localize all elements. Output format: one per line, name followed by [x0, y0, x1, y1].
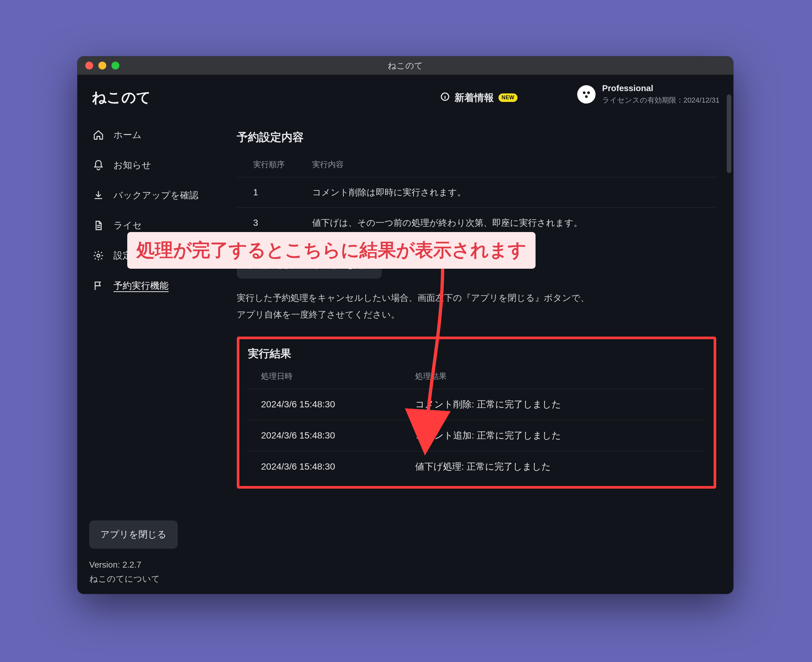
- zoom-window-button[interactable]: [111, 62, 119, 69]
- svg-point-4: [585, 95, 588, 98]
- results-cell-date: 2024/3/6 15:48:30: [261, 430, 415, 441]
- sidebar-item-label: 予約実行機能: [113, 280, 169, 292]
- gear-icon: [92, 250, 104, 262]
- results-title: 実行結果: [248, 346, 705, 361]
- close-window-button[interactable]: [85, 62, 93, 69]
- svg-point-3: [587, 92, 590, 94]
- schedule-title: 予約設定内容: [237, 130, 716, 145]
- results-cell-result: 値下げ処理: 正常に完了しました: [415, 460, 705, 473]
- window-title: ねこのて: [77, 60, 733, 71]
- schedule-cell-content: コメント削除は即時に実行されます。: [312, 186, 711, 198]
- titlebar: ねこのて: [77, 56, 733, 75]
- results-section: 実行結果 処理日時 処理結果 2024/3/6 15:48:30 コメント削除:…: [237, 337, 716, 488]
- document-icon: [92, 220, 104, 231]
- sidebar-item-notice[interactable]: お知らせ: [89, 153, 216, 177]
- schedule-header-order: 実行順序: [253, 159, 312, 170]
- schedule-row: 1 コメント削除は即時に実行されます。: [237, 177, 716, 207]
- results-cell-date: 2024/3/6 15:48:30: [261, 399, 415, 410]
- schedule-cell-content: 値下げは、その一つ前の処理が終わり次第、即座に実行されます。: [312, 217, 711, 229]
- topbar: 新着情報 NEW Professional ライセンスの有効期限：2024/12…: [235, 81, 723, 114]
- results-header-date: 処理日時: [261, 371, 415, 381]
- window-controls: [85, 62, 119, 69]
- close-app-button[interactable]: アプリを閉じる: [89, 521, 178, 549]
- svg-point-2: [583, 92, 585, 94]
- download-icon: [92, 190, 104, 201]
- version-label: Version: 2.2.7: [89, 560, 216, 570]
- results-header-result: 処理結果: [415, 371, 705, 381]
- info-icon: [440, 92, 450, 104]
- main-content: 新着情報 NEW Professional ライセンスの有効期限：2024/12…: [228, 75, 733, 594]
- results-cell-result: コメント追加: 正常に完了しました: [415, 429, 705, 442]
- results-row: 2024/3/6 15:48:30 コメント削除: 正常に完了しました: [248, 389, 705, 420]
- app-window: ねこのて ねこのて ホーム お: [77, 56, 733, 594]
- news-label: 新着情報: [454, 91, 494, 104]
- sidebar-item-backup[interactable]: バックアップを確認: [89, 183, 216, 207]
- schedule-cell-order: 1: [253, 188, 312, 198]
- about-link[interactable]: ねこのてについて: [89, 573, 216, 585]
- license-block[interactable]: Professional ライセンスの有効期限：2024/12/31: [577, 83, 720, 105]
- flag-icon: [92, 280, 104, 292]
- license-expiry: ライセンスの有効期限：2024/12/31: [602, 95, 720, 105]
- schedule-header-content: 実行内容: [312, 159, 711, 170]
- new-badge: NEW: [498, 93, 518, 102]
- minimize-window-button[interactable]: [98, 62, 106, 69]
- results-row: 2024/3/6 15:48:30 値下げ処理: 正常に完了しました: [248, 451, 705, 482]
- bell-icon: [92, 159, 104, 171]
- cancel-hint: 実行した予約処理をキャンセルしたい場合、画面左下の『アプリを閉じる』ボタンで、 …: [237, 290, 716, 323]
- sidebar-item-label: バックアップを確認: [113, 189, 198, 202]
- annotation-callout: 処理が完了するとこちらに結果が表示されます: [127, 232, 535, 269]
- schedule-cell-order: 3: [253, 218, 312, 228]
- sidebar-item-label: ライセ: [113, 219, 142, 232]
- license-plan: Professional: [602, 83, 720, 93]
- results-cell-result: コメント削除: 正常に完了しました: [415, 398, 705, 411]
- scrollbar-thumb[interactable]: [727, 95, 731, 173]
- results-row: 2024/3/6 15:48:30 コメント追加: 正常に完了しました: [248, 420, 705, 451]
- home-icon: [92, 129, 104, 141]
- sidebar: ねこのて ホーム お知らせ: [77, 75, 228, 594]
- sidebar-item-label: お知らせ: [113, 159, 151, 171]
- avatar: [577, 85, 596, 104]
- sidebar-item-label: ホーム: [113, 129, 142, 141]
- sidebar-nav: ホーム お知らせ バックアップを確認: [89, 123, 216, 298]
- schedule-table: 実行順序 実行内容 1 コメント削除は即時に実行されます。 3 値下げは、その一…: [237, 150, 716, 238]
- news-link[interactable]: 新着情報 NEW: [440, 91, 518, 104]
- app-brand: ねこのて: [92, 88, 214, 107]
- sidebar-item-schedule[interactable]: 予約実行機能: [89, 274, 216, 298]
- svg-point-0: [97, 254, 100, 257]
- sidebar-item-home[interactable]: ホーム: [89, 123, 216, 147]
- results-cell-date: 2024/3/6 15:48:30: [261, 461, 415, 472]
